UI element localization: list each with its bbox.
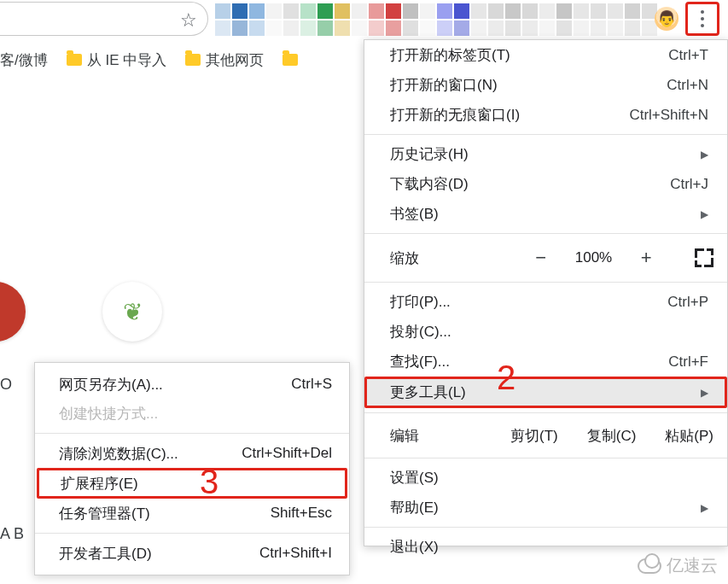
edit-cut[interactable]: 剪切(T) xyxy=(510,426,558,446)
submenu-item-clear-data[interactable]: 清除浏览数据(C)...Ctrl+Shift+Del xyxy=(35,439,349,468)
chrome-menu-button[interactable] xyxy=(685,2,719,36)
folder-icon xyxy=(282,54,298,66)
browser-toolbar: ☆ 👨 xyxy=(0,0,728,39)
kebab-icon xyxy=(701,17,704,20)
chrome-main-menu: 打开新的标签页(T)Ctrl+T 打开新的窗口(N)Ctrl+N 打开新的无痕窗… xyxy=(364,39,728,546)
menu-item-find[interactable]: 查找(F)...Ctrl+F xyxy=(364,347,727,377)
page-text: A B xyxy=(0,525,24,543)
bookmark-item[interactable]: 从 IE 中导入 xyxy=(67,50,167,70)
menu-item-bookmarks[interactable]: 书签(B)▶ xyxy=(364,199,727,229)
menu-item-help[interactable]: 帮助(E)▶ xyxy=(364,493,727,523)
avatar-emoji: 👨 xyxy=(657,9,676,28)
menu-item-edit: 编辑 剪切(T) 复制(C) 粘贴(P) xyxy=(364,418,727,453)
menu-item-more-tools[interactable]: 更多工具(L)▶ xyxy=(364,377,727,408)
menu-item-zoom: 缩放 − 100% + xyxy=(364,238,727,277)
shortcut-tile[interactable]: ❦ xyxy=(102,282,162,342)
zoom-in-button[interactable]: + xyxy=(636,247,656,269)
menu-item-history[interactable]: 历史记录(H)▶ xyxy=(364,139,727,169)
menu-item-incognito[interactable]: 打开新的无痕窗口(I)Ctrl+Shift+N xyxy=(364,100,727,130)
bookmark-item[interactable]: 其他网页 xyxy=(185,50,264,70)
submenu-item-save-as[interactable]: 网页另存为(A)...Ctrl+S xyxy=(35,370,349,399)
menu-item-new-window[interactable]: 打开新的窗口(N)Ctrl+N xyxy=(364,70,727,100)
menu-item-cast[interactable]: 投射(C)... xyxy=(364,317,727,347)
edit-copy[interactable]: 复制(C) xyxy=(587,426,637,446)
folder-icon xyxy=(67,54,82,66)
more-tools-submenu: 网页另存为(A)...Ctrl+S 创建快捷方式... 清除浏览数据(C)...… xyxy=(34,362,350,575)
menu-item-new-tab[interactable]: 打开新的标签页(T)Ctrl+T xyxy=(364,40,727,70)
fullscreen-icon[interactable] xyxy=(695,248,713,267)
shortcut-tile[interactable] xyxy=(0,282,26,342)
menu-item-settings[interactable]: 设置(S) xyxy=(364,463,727,493)
profile-avatar[interactable]: 👨 xyxy=(655,7,678,31)
watermark: 亿速云 xyxy=(638,554,718,577)
menu-item-print[interactable]: 打印(P)...Ctrl+P xyxy=(364,287,727,317)
cloud-icon xyxy=(638,558,661,574)
chevron-right-icon: ▶ xyxy=(701,208,708,220)
star-icon[interactable]: ☆ xyxy=(180,9,197,32)
chevron-right-icon: ▶ xyxy=(701,149,708,161)
zoom-value: 100% xyxy=(575,249,612,266)
chevron-right-icon: ▶ xyxy=(701,502,708,514)
chevron-right-icon: ▶ xyxy=(701,387,708,399)
folder-icon xyxy=(185,54,201,66)
submenu-item-task-manager[interactable]: 任务管理器(T)Shift+Esc xyxy=(35,499,349,528)
omnibox[interactable]: ☆ xyxy=(0,2,208,36)
edit-paste[interactable]: 粘贴(P) xyxy=(665,426,713,446)
submenu-item-devtools[interactable]: 开发者工具(D)Ctrl+Shift+I xyxy=(35,539,349,568)
extension-icons-strip xyxy=(215,3,657,36)
bookmark-item[interactable] xyxy=(282,54,298,66)
submenu-item-create-shortcut: 创建快捷方式... xyxy=(35,399,349,428)
menu-item-downloads[interactable]: 下载内容(D)Ctrl+J xyxy=(364,169,727,199)
submenu-item-extensions[interactable]: 扩展程序(E) xyxy=(37,468,347,499)
page-text: O xyxy=(0,376,12,394)
annotation-2: 2 xyxy=(497,359,515,397)
annotation-3: 3 xyxy=(200,463,218,501)
bookmark-item[interactable]: 客/微博 xyxy=(0,50,48,70)
zoom-out-button[interactable]: − xyxy=(531,247,551,269)
